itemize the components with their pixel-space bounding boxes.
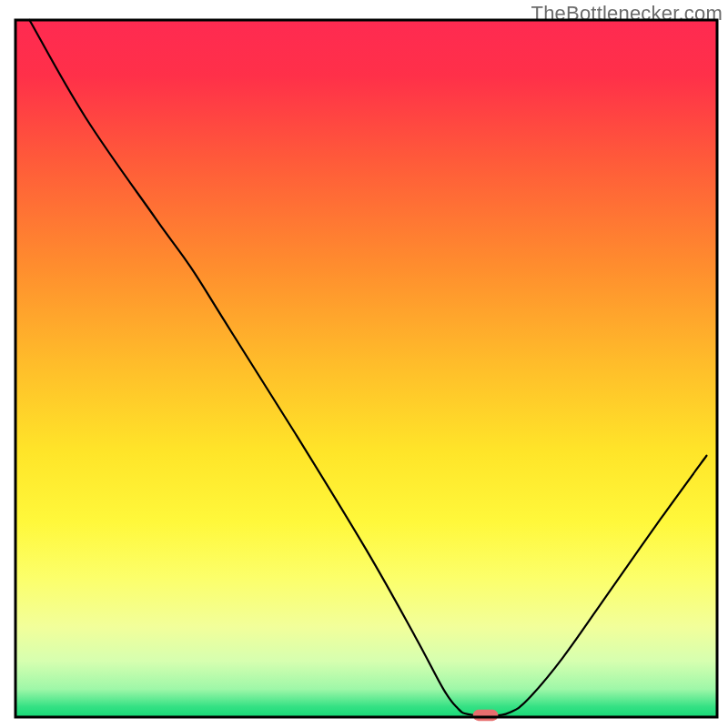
plot-background <box>15 20 717 717</box>
optimal-marker <box>473 710 499 721</box>
bottleneck-chart: TheBottlenecker.com <box>0 0 728 728</box>
chart-svg <box>0 0 728 728</box>
